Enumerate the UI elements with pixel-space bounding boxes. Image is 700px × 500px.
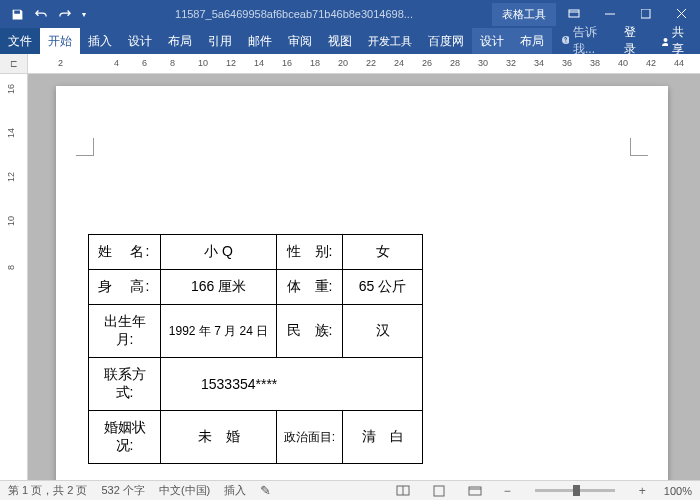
cell-value[interactable]: 女 xyxy=(343,235,423,270)
cell-label[interactable]: 出生年月: xyxy=(89,305,161,358)
login-button[interactable]: 登录 xyxy=(616,28,650,54)
view-web-button[interactable] xyxy=(464,485,486,497)
cell-value[interactable]: 未 婚 xyxy=(161,411,277,464)
status-page[interactable]: 第 1 页，共 2 页 xyxy=(8,483,87,498)
cell-label[interactable]: 联系方式: xyxy=(89,358,161,411)
status-lang[interactable]: 中文(中国) xyxy=(159,483,210,498)
undo-button[interactable] xyxy=(30,3,52,25)
margin-mark-tr xyxy=(630,138,648,156)
photo-cell[interactable] xyxy=(423,235,505,464)
contextual-tab-label: 表格工具 xyxy=(492,3,556,26)
zoom-level[interactable]: 100% xyxy=(664,485,692,497)
cell-value[interactable]: 65 公斤 xyxy=(343,270,423,305)
tab-mailings[interactable]: 邮件 xyxy=(240,28,280,54)
ruler-corner: ⊏ xyxy=(0,54,28,73)
cell-value[interactable]: 1992 年 7 月 24 日 xyxy=(161,305,277,358)
track-changes-icon[interactable]: ✎ xyxy=(260,483,271,498)
view-print-button[interactable] xyxy=(428,485,450,497)
tab-table-layout[interactable]: 布局 xyxy=(512,28,552,54)
tab-file[interactable]: 文件 xyxy=(0,28,40,54)
cell-value[interactable]: 166 厘米 xyxy=(161,270,277,305)
cell-label[interactable]: 身 高: xyxy=(89,270,161,305)
cell-value[interactable]: 小 Q xyxy=(161,235,277,270)
tab-table-design[interactable]: 设计 xyxy=(472,28,512,54)
table-row: 姓 名: 小 Q 性 别: 女 xyxy=(89,235,505,270)
svg-rect-10 xyxy=(469,487,481,495)
status-words[interactable]: 532 个字 xyxy=(101,483,144,498)
redo-button[interactable] xyxy=(54,3,76,25)
ribbon-tabs: 文件 开始 插入 设计 布局 引用 邮件 审阅 视图 开发工具 百度网 设计 布… xyxy=(0,28,700,54)
quick-access-toolbar: ▾ xyxy=(0,3,96,25)
svg-rect-3 xyxy=(641,9,650,18)
cell-label[interactable]: 体 重: xyxy=(277,270,343,305)
cell-label[interactable]: 婚姻状况: xyxy=(89,411,161,464)
status-bar: 第 1 页，共 2 页 532 个字 中文(中国) 插入 ✎ − + 100% xyxy=(0,480,700,500)
cell-label[interactable]: 民 族: xyxy=(277,305,343,358)
cell-label[interactable]: 性 别: xyxy=(277,235,343,270)
zoom-slider-thumb[interactable] xyxy=(573,485,580,496)
document-title: 11587_5a6469958af6bceab71b46b8e3014698..… xyxy=(96,8,492,20)
share-button[interactable]: 共享 xyxy=(650,28,700,54)
horizontal-ruler[interactable]: 2468101214161820222426283032343638404244 xyxy=(28,54,700,73)
status-mode[interactable]: 插入 xyxy=(224,483,246,498)
cell-value[interactable]: 清 白 xyxy=(343,411,423,464)
page-scroll-area[interactable]: 姓 名: 小 Q 性 别: 女 身 高: 166 厘米 体 重: 65 公斤 出… xyxy=(28,74,700,480)
save-button[interactable] xyxy=(6,3,28,25)
cell-label[interactable]: 政治面目: xyxy=(277,411,343,464)
tab-layout[interactable]: 布局 xyxy=(160,28,200,54)
page: 姓 名: 小 Q 性 别: 女 身 高: 166 厘米 体 重: 65 公斤 出… xyxy=(56,86,668,480)
tab-developer[interactable]: 开发工具 xyxy=(360,28,420,54)
zoom-slider[interactable] xyxy=(535,489,615,492)
tab-design[interactable]: 设计 xyxy=(120,28,160,54)
tab-baidu[interactable]: 百度网 xyxy=(420,28,472,54)
horizontal-ruler-area: ⊏ 24681012141618202224262830323436384042… xyxy=(0,54,700,74)
zoom-out-button[interactable]: − xyxy=(500,484,515,498)
resume-table[interactable]: 姓 名: 小 Q 性 别: 女 身 高: 166 厘米 体 重: 65 公斤 出… xyxy=(88,234,505,464)
qat-dropdown[interactable]: ▾ xyxy=(78,3,90,25)
tell-me-label: 告诉我... xyxy=(573,24,608,58)
cell-value[interactable]: 汉 xyxy=(343,305,423,358)
svg-rect-0 xyxy=(569,10,579,17)
zoom-in-button[interactable]: + xyxy=(635,484,650,498)
cell-label[interactable]: 姓 名: xyxy=(89,235,161,270)
tell-me-search[interactable]: 告诉我... xyxy=(552,28,616,54)
cell-value[interactable]: 1533354**** xyxy=(161,358,423,411)
svg-rect-9 xyxy=(434,486,444,496)
vertical-ruler[interactable]: 161412108 xyxy=(0,74,28,480)
tab-insert[interactable]: 插入 xyxy=(80,28,120,54)
tab-home[interactable]: 开始 xyxy=(40,28,80,54)
tab-view[interactable]: 视图 xyxy=(320,28,360,54)
document-area: 161412108 姓 名: 小 Q 性 别: 女 身 高: 166 厘米 体 … xyxy=(0,74,700,480)
tab-references[interactable]: 引用 xyxy=(200,28,240,54)
tab-review[interactable]: 审阅 xyxy=(280,28,320,54)
margin-mark-tl xyxy=(76,138,94,156)
svg-point-6 xyxy=(664,38,668,42)
view-read-button[interactable] xyxy=(392,485,414,497)
share-label: 共享 xyxy=(672,24,690,58)
